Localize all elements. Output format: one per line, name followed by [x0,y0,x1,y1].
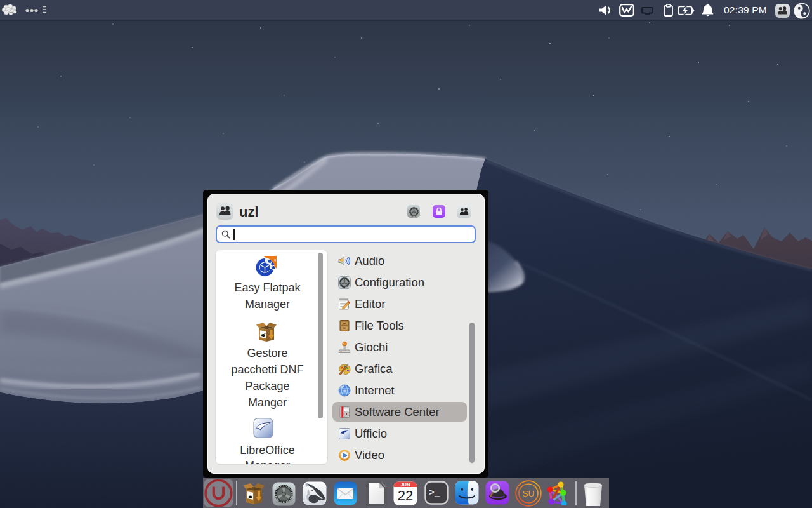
svg-text:JUN: JUN [400,482,410,488]
svg-text:>_: >_ [429,488,440,498]
svg-text:22: 22 [398,488,413,504]
svg-text:SU: SU [523,489,535,498]
